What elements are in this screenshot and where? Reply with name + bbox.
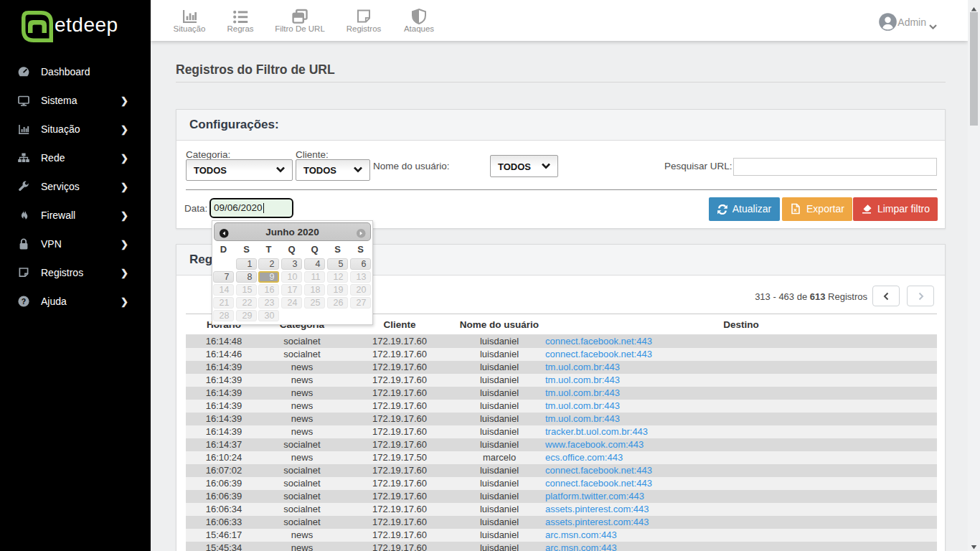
- svg-text:x: x: [793, 207, 797, 213]
- svg-text:?: ?: [22, 297, 26, 306]
